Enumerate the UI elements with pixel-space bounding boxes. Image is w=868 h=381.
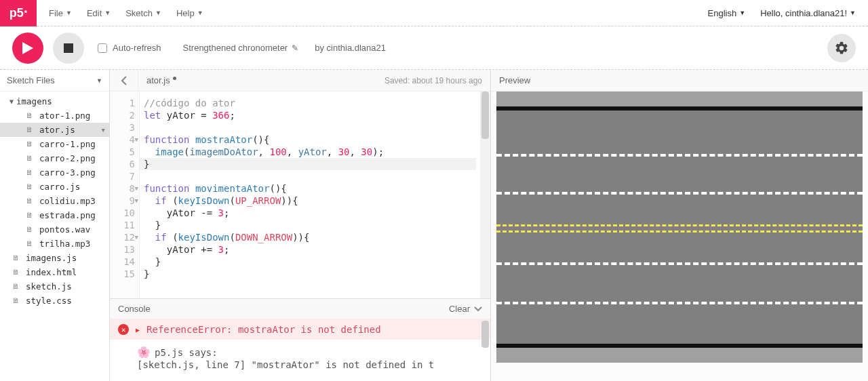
console-clear-button[interactable]: Clear [449,304,482,314]
svg-marker-0 [22,42,33,54]
file-tab[interactable]: ator.js [138,75,184,85]
stop-button[interactable] [53,33,84,64]
file-item[interactable]: 🗎carro.js [0,180,109,194]
chevron-down-icon [474,306,482,312]
logo[interactable]: p5* [0,0,37,26]
console-info: 🌸p5.js says: [sketch.js, line 7] "mostra… [110,340,490,371]
preview-canvas [496,92,863,363]
menu-help[interactable]: Help▼ [176,8,203,18]
menu-edit[interactable]: Edit▼ [87,8,111,18]
console-error-row[interactable]: ✕ ▶ ReferenceError: mostraAtor is not de… [110,319,490,340]
file-item[interactable]: 🗎index.html [0,265,109,279]
sidebar-header[interactable]: Sketch Files ▼ [0,70,109,92]
chevron-down-icon: ▼ [96,77,102,84]
settings-button[interactable] [827,34,856,62]
file-item[interactable]: 🗎style.css [0,294,109,308]
file-item[interactable]: 🗎carro-1.png [0,137,109,151]
gear-icon [834,41,849,56]
console-title: Console [118,304,151,314]
error-message: ReferenceError: mostraAtor is not define… [146,324,381,335]
auto-refresh-toggle[interactable]: Auto-refresh [98,43,161,53]
play-button[interactable] [12,33,43,64]
file-item[interactable]: 🗎ator.js▼ [0,123,109,137]
expand-icon: ▶ [136,326,140,334]
sketch-name[interactable]: Strengthened chronometer ✎ [183,43,299,53]
chevron-down-icon: ▼ [739,9,745,16]
checkbox-icon [98,43,107,53]
chevron-down-icon: ▼ [104,9,111,16]
language-selector[interactable]: English▼ [708,8,746,18]
file-item[interactable]: 🗎carro-2.png [0,151,109,165]
file-item[interactable]: 🗎trilha.mp3 [0,237,109,251]
unsaved-dot-icon [173,77,176,80]
editor-scrollbar[interactable] [480,92,490,298]
code-editor[interactable]: 1234▼5678▼9▼101112▼131415 //código do at… [110,92,490,298]
stop-icon [64,43,73,53]
play-icon [22,42,33,54]
error-icon: ✕ [118,324,129,335]
chevron-down-icon: ▼ [66,9,72,16]
chevron-left-icon [121,76,127,85]
author-label: by cinthia.dlana21 [315,43,386,53]
console-scrollbar[interactable] [481,321,489,380]
file-item[interactable]: 🗎colidiu.mp3 [0,194,109,208]
folder-item[interactable]: ▼imagens [0,94,109,108]
flower-icon: 🌸 [137,346,151,359]
file-item[interactable]: 🗎sketch.js [0,279,109,294]
file-item[interactable]: 🗎pontos.wav [0,222,109,237]
save-status: Saved: about 19 hours ago [384,76,482,85]
chevron-down-icon: ▼ [197,9,203,16]
user-menu[interactable]: Hello, cinthia.dlana21!▼ [760,8,856,18]
chevron-down-icon: ▼ [850,9,856,16]
menu-file[interactable]: File▼ [49,8,72,18]
pencil-icon: ✎ [292,43,298,53]
file-tree: ▼imagens🗎ator-1.png🗎ator.js▼🗎carro-1.png… [0,92,109,310]
collapse-sidebar-button[interactable] [110,70,138,92]
file-item[interactable]: 🗎imagens.js [0,251,109,265]
preview-title: Preview [491,70,868,92]
menu-sketch[interactable]: Sketch▼ [125,8,161,18]
file-item[interactable]: 🗎ator-1.png [0,108,109,123]
chevron-down-icon: ▼ [155,9,161,16]
file-item[interactable]: 🗎estrada.png [0,208,109,222]
file-item[interactable]: 🗎carro-3.png [0,165,109,180]
